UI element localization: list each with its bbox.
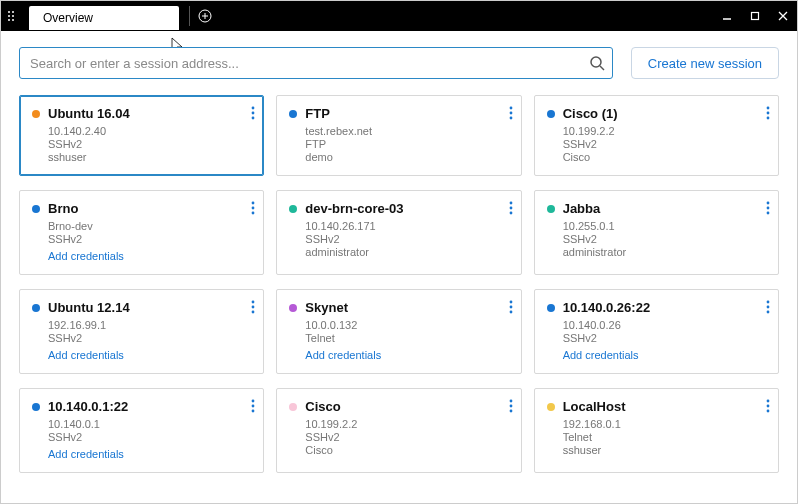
session-grid: Ubuntu 16.0410.140.2.40SSHv2sshuserFTPte…	[19, 95, 779, 473]
session-details: 10.140.0.26SSHv2Add credentials	[563, 319, 766, 361]
add-credentials-link[interactable]: Add credentials	[48, 250, 251, 262]
svg-point-12	[509, 107, 512, 110]
window-minimize-button[interactable]	[713, 1, 741, 31]
session-menu-button[interactable]	[764, 298, 772, 316]
session-detail-line: SSHv2	[305, 431, 508, 443]
session-menu-button[interactable]	[507, 104, 515, 122]
session-detail-line: 10.0.0.132	[305, 319, 508, 331]
session-title-row: FTP	[289, 106, 508, 121]
svg-point-4	[12, 15, 14, 17]
session-title-row: Ubuntu 12.14	[32, 300, 251, 315]
status-dot-icon	[32, 110, 40, 118]
tab-label: Overview	[43, 11, 93, 25]
session-card[interactable]: 10.140.0.26:2210.140.0.26SSHv2Add creden…	[534, 289, 779, 374]
svg-point-19	[252, 207, 255, 210]
session-title-row: 10.140.0.26:22	[547, 300, 766, 315]
tab-overview[interactable]: Overview	[29, 6, 179, 30]
app-menu-button[interactable]	[1, 1, 25, 31]
session-title-row: Cisco	[289, 399, 508, 414]
session-card[interactable]: dev-brn-core-0310.140.26.171SSHv2adminis…	[276, 190, 521, 275]
session-menu-button[interactable]	[764, 199, 772, 217]
svg-point-24	[767, 202, 770, 205]
session-title-row: Cisco (1)	[547, 106, 766, 121]
create-new-session-button[interactable]: Create new session	[631, 47, 779, 79]
session-detail-line: 192.16.99.1	[48, 319, 251, 331]
add-credentials-link[interactable]: Add credentials	[305, 349, 508, 361]
session-card[interactable]: Skynet10.0.0.132TelnetAdd credentials	[276, 289, 521, 374]
session-card[interactable]: 10.140.0.1:2210.140.0.1SSHv2Add credenti…	[19, 388, 264, 473]
session-menu-button[interactable]	[249, 104, 257, 122]
session-title: Cisco	[305, 399, 340, 414]
svg-point-22	[509, 207, 512, 210]
svg-point-26	[767, 212, 770, 215]
session-card[interactable]: Jabba10.255.0.1SSHv2administrator	[534, 190, 779, 275]
search-input[interactable]	[19, 47, 613, 79]
svg-point-5	[12, 19, 14, 21]
page-content: Create new session Ubuntu 16.0410.140.2.…	[1, 31, 797, 503]
add-credentials-link[interactable]: Add credentials	[563, 349, 766, 361]
add-credentials-link[interactable]: Add credentials	[48, 349, 251, 361]
session-menu-button[interactable]	[249, 298, 257, 316]
session-card[interactable]: Cisco (1)10.199.2.2SSHv2Cisco	[534, 95, 779, 176]
session-menu-button[interactable]	[249, 397, 257, 415]
session-card[interactable]: LocalHost192.168.0.1Telnetsshuser	[534, 388, 779, 473]
session-detail-line: SSHv2	[563, 332, 766, 344]
status-dot-icon	[547, 403, 555, 411]
session-menu-button[interactable]	[764, 104, 772, 122]
session-title: 10.140.0.26:22	[563, 300, 650, 315]
session-detail-line: test.rebex.net	[305, 125, 508, 137]
session-details: 10.0.0.132TelnetAdd credentials	[305, 319, 508, 361]
session-detail-line: FTP	[305, 138, 508, 150]
svg-point-10	[252, 112, 255, 115]
session-title: Skynet	[305, 300, 348, 315]
session-card[interactable]: FTPtest.rebex.netFTPdemo	[276, 95, 521, 176]
svg-point-8	[591, 57, 601, 67]
session-title: 10.140.0.1:22	[48, 399, 128, 414]
svg-point-25	[767, 207, 770, 210]
status-dot-icon	[32, 403, 40, 411]
session-menu-button[interactable]	[507, 298, 515, 316]
session-detail-line: sshuser	[48, 151, 251, 163]
session-details: 10.199.2.2SSHv2Cisco	[305, 418, 508, 456]
session-menu-button[interactable]	[507, 397, 515, 415]
status-dot-icon	[289, 403, 297, 411]
session-details: 192.168.0.1Telnetsshuser	[563, 418, 766, 456]
session-menu-button[interactable]	[249, 199, 257, 217]
session-card[interactable]: BrnoBrno-devSSHv2Add credentials	[19, 190, 264, 275]
session-title: FTP	[305, 106, 330, 121]
window-close-button[interactable]	[769, 1, 797, 31]
svg-point-32	[509, 311, 512, 314]
session-title-row: LocalHost	[547, 399, 766, 414]
search-icon[interactable]	[589, 55, 605, 71]
svg-point-1	[8, 15, 10, 17]
session-card[interactable]: Ubuntu 16.0410.140.2.40SSHv2sshuser	[19, 95, 264, 176]
session-card[interactable]: Ubuntu 12.14192.16.99.1SSHv2Add credenti…	[19, 289, 264, 374]
svg-point-9	[252, 107, 255, 110]
session-menu-button[interactable]	[764, 397, 772, 415]
session-detail-line: SSHv2	[48, 138, 251, 150]
session-detail-line: 10.140.0.26	[563, 319, 766, 331]
session-menu-button[interactable]	[507, 199, 515, 217]
window-maximize-button[interactable]	[741, 1, 769, 31]
svg-point-21	[509, 202, 512, 205]
session-detail-line: 10.140.26.171	[305, 220, 508, 232]
session-title: LocalHost	[563, 399, 626, 414]
session-detail-line: Telnet	[305, 332, 508, 344]
svg-point-20	[252, 212, 255, 215]
svg-point-0	[8, 11, 10, 13]
new-tab-button[interactable]	[194, 5, 216, 27]
svg-point-13	[509, 112, 512, 115]
session-title: Cisco (1)	[563, 106, 618, 121]
session-detail-line: Telnet	[563, 431, 766, 443]
status-dot-icon	[289, 110, 297, 118]
session-card[interactable]: Cisco10.199.2.2SSHv2Cisco	[276, 388, 521, 473]
session-detail-line: Brno-dev	[48, 220, 251, 232]
svg-point-34	[767, 306, 770, 309]
session-detail-line: 10.199.2.2	[563, 125, 766, 137]
add-credentials-link[interactable]: Add credentials	[48, 448, 251, 460]
svg-point-42	[767, 400, 770, 403]
session-details: test.rebex.netFTPdemo	[305, 125, 508, 163]
session-detail-line: SSHv2	[563, 233, 766, 245]
svg-point-30	[509, 301, 512, 304]
svg-point-27	[252, 301, 255, 304]
